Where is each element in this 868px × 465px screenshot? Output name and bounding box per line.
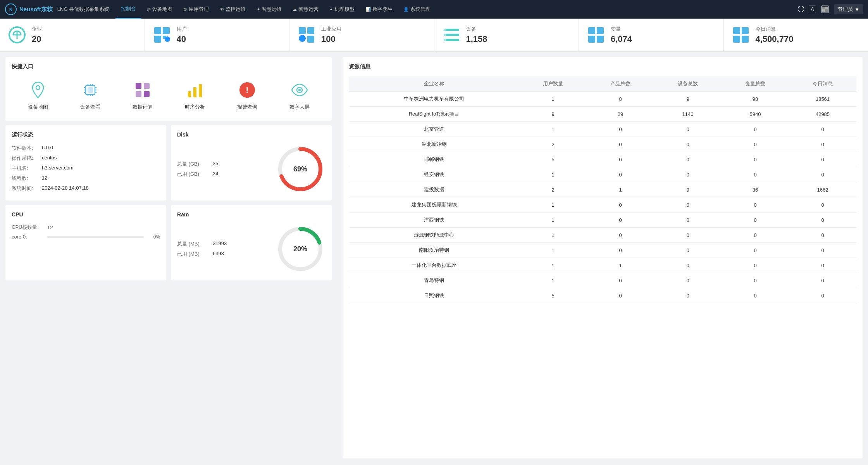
cell-products: 0 — [587, 137, 654, 152]
font-button[interactable]: A — [809, 5, 816, 13]
stat-enterprise-value: 20 — [32, 34, 42, 44]
admin-button[interactable]: 管理员 ▼ — [834, 4, 863, 14]
cell-devices: 0 — [654, 137, 722, 152]
svg-rect-9 — [163, 27, 170, 34]
col-products: 产品总数 — [587, 76, 654, 92]
header: N Neusoft东软 LNG 寻优数据采集系统 控制台 ◎ 设备地图 ⚙ 应用… — [0, 0, 868, 19]
ram-total-value: 31993 — [213, 240, 227, 247]
cell-variables: 0 — [722, 137, 789, 152]
users-icon — [153, 26, 171, 44]
cpu-core0-progress — [47, 236, 144, 238]
quick-label-time-analysis: 时序分析 — [185, 104, 205, 111]
status-disk-row: 运行状态 软件版本: 6.0.0 操作系统: centos 主机名: h3.se… — [5, 125, 332, 201]
svg-point-23 — [444, 39, 446, 41]
cell-company: RealSight IoT演示项目 — [349, 107, 519, 122]
header-right: ⛶ A 管理员 ▼ — [798, 4, 863, 14]
col-variables: 变量总数 — [722, 76, 789, 92]
cell-company: 日照钢铁 — [349, 288, 519, 303]
resource-table-head: 企业名称 用户数量 产品总数 设备总数 变量总数 今日消息 — [349, 76, 856, 92]
running-status-title: 运行状态 — [12, 131, 160, 138]
quick-entry-device-view[interactable]: 设备查看 — [72, 76, 108, 114]
svg-rect-13 — [299, 27, 306, 34]
nav-item-smart-maintain[interactable]: ✈ 智慧远维 — [251, 0, 287, 19]
status-hostname-val: h3.server.com — [42, 165, 74, 172]
quick-entry-device-map[interactable]: 设备地图 — [20, 76, 56, 114]
cell-company: 邯郸钢铁 — [349, 152, 519, 167]
cell-messages: 0 — [789, 243, 856, 258]
nav-item-sys-manage[interactable]: 👤 系统管理 — [398, 0, 436, 19]
svg-rect-47 — [136, 83, 141, 89]
svg-rect-14 — [307, 27, 314, 34]
resource-title: 资源信息 — [349, 63, 856, 70]
stat-messages-info: 今日消息 4,500,770 — [756, 26, 794, 44]
disk-total-row: 总量 (GB) 35 — [177, 161, 218, 168]
cell-devices: 0 — [654, 197, 722, 213]
nav-item-device-map[interactable]: ◎ 设备地图 — [141, 0, 178, 19]
cell-messages: 0 — [789, 167, 856, 182]
bar-chart-icon — [185, 80, 205, 100]
cell-devices: 0 — [654, 122, 722, 137]
cpu-core-count-key: CPU核数量: — [12, 224, 43, 231]
status-threads: 线程数: 12 — [12, 175, 160, 182]
table-row: 日照钢铁 5 0 0 0 0 — [349, 288, 856, 303]
nav-item-smart-ops[interactable]: ☁ 智慧运营 — [287, 0, 324, 19]
cell-company: 青岛特钢 — [349, 273, 519, 288]
svg-rect-52 — [193, 87, 196, 97]
table-row: 南阳汉冶特钢 1 0 0 0 0 — [349, 243, 856, 258]
resource-table: 企业名称 用户数量 产品总数 设备总数 变量总数 今日消息 中车株洲电力机车有限… — [349, 76, 856, 303]
disk-used-row: 已用 (GB) 24 — [177, 171, 218, 178]
nav-item-app-manage[interactable]: ⚙ 应用管理 — [178, 0, 214, 19]
cell-devices: 0 — [654, 213, 722, 228]
nav-item-monitor[interactable]: 👁 监控运维 — [214, 0, 251, 19]
disk-used-value: 24 — [213, 171, 218, 178]
svg-rect-3 — [822, 7, 825, 9]
nav-item-digital-twin[interactable]: 📊 数字孪生 — [360, 0, 398, 19]
status-os: 操作系统: centos — [12, 155, 160, 162]
cell-users: 1 — [519, 273, 587, 288]
cell-company: 南阳汉冶特钢 — [349, 243, 519, 258]
svg-rect-31 — [742, 36, 749, 43]
svg-rect-10 — [154, 36, 161, 43]
quick-entry-data-calc[interactable]: 数据计算 — [125, 76, 160, 114]
quick-entry-alert[interactable]: ! 报警查询 — [229, 76, 265, 114]
nav-item-model[interactable]: ✦ 机理模型 — [324, 0, 360, 19]
fullscreen-button[interactable]: ⛶ — [798, 6, 804, 13]
svg-rect-5 — [822, 9, 825, 12]
quick-entry-section: 快捷入口 设备地图 — [5, 57, 332, 121]
cell-users: 1 — [519, 122, 587, 137]
table-row: 津西钢铁 1 0 0 0 0 — [349, 213, 856, 228]
neusoft-logo-icon: N — [5, 3, 17, 16]
stat-apps-info: 工业应用 100 — [321, 26, 341, 44]
cell-messages: 0 — [789, 122, 856, 137]
admin-arrow: ▼ — [854, 7, 859, 12]
col-company: 企业名称 — [349, 76, 519, 92]
cell-products: 29 — [587, 107, 654, 122]
svg-rect-25 — [597, 27, 604, 34]
cell-products: 0 — [587, 243, 654, 258]
eye-icon — [290, 80, 309, 100]
cell-users: 1 — [519, 243, 587, 258]
cell-company: 湖北新冶钢 — [349, 137, 519, 152]
resource-card: 资源信息 企业名称 用户数量 产品总数 设备总数 变量总数 今日消息 中车株洲电… — [343, 57, 863, 458]
devices-icon — [442, 26, 461, 44]
nav-item-dashboard[interactable]: 控制台 — [115, 0, 141, 19]
status-time-key: 系统时间: — [12, 185, 39, 192]
stats-bar: 企业 20 用户 40 — [0, 19, 868, 52]
cell-products: 0 — [587, 197, 654, 213]
stat-variables-label: 变量 — [611, 26, 632, 33]
image-button[interactable] — [821, 5, 829, 14]
svg-point-57 — [298, 89, 301, 91]
quick-label-alert: 报警查询 — [237, 104, 257, 111]
ram-used-row: 已用 (MB) 6398 — [177, 251, 227, 258]
quick-entry-digital-screen[interactable]: 数字大屏 — [282, 76, 317, 114]
status-threads-val: 12 — [42, 175, 47, 182]
quick-entry-time-analysis[interactable]: 时序分析 — [177, 76, 213, 114]
cpu-core0-pct: 0% — [148, 234, 160, 240]
svg-rect-51 — [188, 91, 191, 97]
stat-devices-label: 设备 — [466, 26, 487, 33]
cell-variables: 0 — [722, 152, 789, 167]
cell-company: 津西钢铁 — [349, 213, 519, 228]
col-messages: 今日消息 — [789, 76, 856, 92]
status-threads-key: 线程数: — [12, 175, 39, 182]
table-row: 建龙集团抚顺新钢铁 1 0 0 0 0 — [349, 197, 856, 213]
